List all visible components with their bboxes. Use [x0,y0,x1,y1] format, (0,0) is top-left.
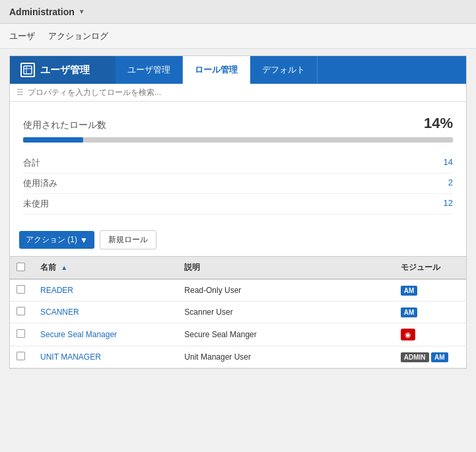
role-link-unit-manager[interactable]: UNIT MANAGER [40,352,101,362]
row-checkbox-secure-seal[interactable] [17,329,25,338]
stats-row-total: 合計 14 [23,153,453,174]
action-button[interactable]: アクション (1) ▼ [19,231,94,249]
panel-tabs: ユーザ管理 ロール管理 デフォルト [116,56,318,84]
stats-value-unused: 12 [444,198,453,210]
select-all-checkbox[interactable] [17,263,25,271]
row-checkbox-reader[interactable] [17,285,25,294]
sort-arrow-icon: ▲ [61,264,67,271]
table-row: Secure Seal Manager Secure Seal Manger ◉ [10,323,466,346]
row-check-unit-manager [10,346,34,368]
stats-label-unused: 未使用 [23,198,49,210]
row-name-secure-seal: Secure Seal Manager [34,323,178,346]
row-check-scanner [10,302,34,323]
user-management-icon [20,63,35,77]
row-check-reader [10,279,34,302]
row-desc-reader: Read-Only User [178,279,393,302]
nav-bar: ユーザ アクションログ [0,24,476,49]
row-name-reader: READER [34,279,178,302]
search-input[interactable] [28,88,459,97]
row-checkbox-scanner[interactable] [17,307,25,315]
search-icon: ☰ [17,88,24,97]
row-desc-secure-seal: Secure Seal Manger [178,323,393,346]
stats-percent: 14% [424,115,453,132]
col-header-module: モジュール [394,257,466,280]
row-check-secure-seal [10,323,34,346]
panel-title-text: ユーザ管理 [40,64,90,77]
chevron-down-icon: ▼ [80,236,88,245]
table-header-row: 名前 ▲ 説明 モジュール [10,257,466,280]
stats-header: 使用されたロール数 14% [23,115,453,132]
search-bar: ☰ [10,84,466,102]
panel-header: ユーザ管理 ユーザ管理 ロール管理 デフォルト [10,56,466,84]
col-header-desc: 説明 [178,257,393,280]
row-desc-scanner: Scanner User [178,302,393,323]
action-row: アクション (1) ▼ 新規ロール [10,221,466,256]
roles-table: 名前 ▲ 説明 モジュール READER [10,256,466,368]
main-content: ユーザ管理 ユーザ管理 ロール管理 デフォルト ☰ 使用されたロール数 14% [0,49,476,375]
badge-am-reader: AM [401,286,418,296]
top-bar: Administration ▼ [0,0,476,24]
stats-label-total: 合計 [23,157,40,169]
app-title: Administration [9,7,75,17]
row-name-unit-manager: UNIT MANAGER [34,346,178,368]
row-module-scanner: AM [394,302,466,323]
tab-role-mgmt[interactable]: ロール管理 [183,56,250,84]
badge-admin-unit-manager: ADMIN [401,352,429,362]
action-button-label: アクション (1) [26,234,77,245]
table-row: UNIT MANAGER Unit Manager User ADMIN AM [10,346,466,368]
row-module-secure-seal: ◉ [394,323,466,346]
badge-am-scanner: AM [401,307,418,317]
row-name-scanner: SCANNER [34,302,178,323]
stats-row-used: 使用済み 2 [23,174,453,194]
progress-bar [23,137,453,143]
tab-default[interactable]: デフォルト [250,56,318,84]
stats-value-total: 14 [444,157,453,169]
nav-item-users[interactable]: ユーザ [9,30,35,42]
new-role-button[interactable]: 新規ロール [100,230,156,249]
svg-rect-0 [24,66,32,74]
progress-bar-fill [23,137,83,143]
stats-row-unused: 未使用 12 [23,194,453,214]
stats-value-used: 2 [448,178,453,189]
chevron-down-icon[interactable]: ▼ [79,8,85,15]
panel-title-section: ユーザ管理 [10,56,116,84]
col-name-label: 名前 [40,263,56,272]
table-row: READER Read-Only User AM [10,279,466,302]
role-link-reader[interactable]: READER [40,286,73,295]
stats-label-used: 使用済み [23,178,57,189]
badge-red-secure-seal: ◉ [401,329,415,340]
row-checkbox-unit-manager[interactable] [17,352,25,360]
nav-item-action-log[interactable]: アクションログ [48,30,108,42]
role-link-secure-seal[interactable]: Secure Seal Manager [40,330,117,339]
row-module-unit-manager: ADMIN AM [394,346,466,368]
user-management-panel: ユーザ管理 ユーザ管理 ロール管理 デフォルト ☰ 使用されたロール数 14% [9,55,467,369]
stats-rows: 合計 14 使用済み 2 未使用 12 [23,153,453,214]
stats-title: 使用されたロール数 [23,119,106,131]
tab-user-mgmt[interactable]: ユーザ管理 [116,56,183,84]
table-row: SCANNER Scanner User AM [10,302,466,323]
row-desc-unit-manager: Unit Manager User [178,346,393,368]
row-module-reader: AM [394,279,466,302]
role-link-scanner[interactable]: SCANNER [40,307,79,317]
stats-section: 使用されたロール数 14% 合計 14 使用済み 2 未使用 12 [10,102,466,221]
badge-am-unit-manager: AM [431,352,448,362]
col-header-name[interactable]: 名前 ▲ [34,257,178,280]
col-header-check [10,257,34,280]
